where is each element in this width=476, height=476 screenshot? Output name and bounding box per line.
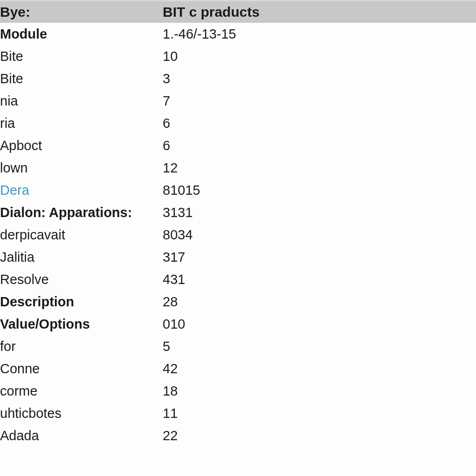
row-label: Bite [0, 67, 163, 90]
table-row: lown12 [0, 157, 476, 179]
table-row: Dera81015 [0, 179, 476, 201]
table-header-row: Bye: BIT c praducts [0, 1, 476, 23]
table-row: Conne42 [0, 357, 476, 380]
row-value: 3131 [163, 201, 476, 224]
table-row: Adada22 [0, 424, 476, 447]
row-value: 7 [163, 90, 476, 112]
row-value: 10 [163, 45, 476, 67]
table-row: Bite3 [0, 67, 476, 90]
row-label[interactable]: Dera [0, 179, 163, 201]
row-value: 6 [163, 134, 476, 157]
row-value: 28 [163, 291, 476, 313]
row-value: 12 [163, 157, 476, 179]
table-row: Value/Options010 [0, 313, 476, 335]
table-row: Resolve431 [0, 268, 476, 291]
table-row: Description28 [0, 291, 476, 313]
row-value: 3 [163, 67, 476, 90]
row-label: Resolve [0, 268, 163, 291]
row-value: 42 [163, 357, 476, 380]
row-value: 22 [163, 424, 476, 447]
table-row: ria6 [0, 112, 476, 134]
table-row: Apboct6 [0, 134, 476, 157]
row-label: Adada [0, 424, 163, 447]
row-value: 317 [163, 246, 476, 268]
row-label: uhticbotes [0, 402, 163, 424]
row-label: ria [0, 112, 163, 134]
row-value: 11 [163, 402, 476, 424]
table-row: Bite10 [0, 45, 476, 67]
row-label: Dialon: Apparations: [0, 201, 163, 224]
header-col-1: Bye: [0, 1, 163, 23]
row-label: Jalitia [0, 246, 163, 268]
row-label: corme [0, 380, 163, 402]
row-label: Bite [0, 45, 163, 67]
row-label: lown [0, 157, 163, 179]
row-label: Value/Options [0, 313, 163, 335]
row-label: Apboct [0, 134, 163, 157]
row-label: Conne [0, 357, 163, 380]
table-row: Jalitia317 [0, 246, 476, 268]
row-label: nia [0, 90, 163, 112]
row-label: for [0, 335, 163, 357]
row-label: derpicavait [0, 224, 163, 246]
row-value: 6 [163, 112, 476, 134]
row-value: 8034 [163, 224, 476, 246]
row-value: 81015 [163, 179, 476, 201]
row-value: 5 [163, 335, 476, 357]
table-row: Module1.-46/-13-15 [0, 23, 476, 45]
row-label: Module [0, 23, 163, 45]
row-value: 010 [163, 313, 476, 335]
row-value: 1.-46/-13-15 [163, 23, 476, 45]
table-row: corme18 [0, 380, 476, 402]
row-value: 18 [163, 380, 476, 402]
table-row: for5 [0, 335, 476, 357]
table-row: Dialon: Apparations:3131 [0, 201, 476, 224]
row-value: 431 [163, 268, 476, 291]
row-label: Description [0, 291, 163, 313]
table-row: derpicavait8034 [0, 224, 476, 246]
data-table: Bye: BIT c praducts Module1.-46/-13-15Bi… [0, 1, 476, 447]
table-row: uhticbotes11 [0, 402, 476, 424]
table-row: nia7 [0, 90, 476, 112]
header-col-2: BIT c praducts [163, 1, 476, 23]
